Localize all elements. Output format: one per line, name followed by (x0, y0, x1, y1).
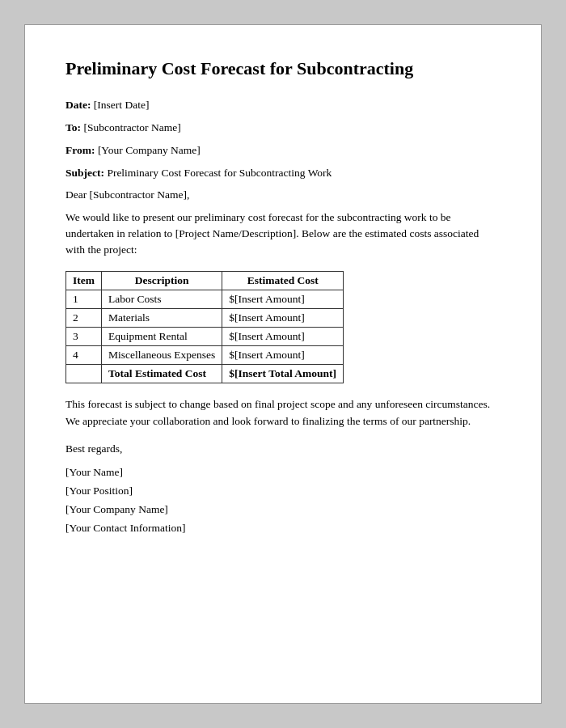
regards: Best regards, (65, 442, 501, 455)
table-cell-description: Equipment Rental (102, 328, 222, 346)
total-label: Total Estimated Cost (102, 365, 222, 383)
signature-name: [Your Name] (65, 463, 501, 482)
table-cell-cost: $[Insert Amount] (222, 346, 344, 365)
meta-to: To: [Subcontractor Name] (65, 120, 501, 136)
document: Preliminary Cost Forecast for Subcontrac… (24, 24, 542, 704)
table-cell-item: 2 (66, 309, 102, 328)
cost-table: Item Description Estimated Cost 1Labor C… (65, 271, 344, 383)
total-value: $[Insert Total Amount] (222, 365, 344, 383)
dear-line: Dear [Subcontractor Name], (65, 188, 501, 201)
table-row: 3Equipment Rental$[Insert Amount] (66, 328, 344, 346)
signature-contact: [Your Contact Information] (65, 519, 501, 538)
table-cell-item: 3 (66, 328, 102, 346)
from-value: [Your Company Name] (98, 144, 201, 156)
table-cell-description: Miscellaneous Expenses (102, 346, 222, 365)
table-cell-description: Materials (102, 309, 222, 328)
meta-from: From: [Your Company Name] (65, 142, 501, 159)
table-total-row: Total Estimated Cost$[Insert Total Amoun… (66, 365, 344, 383)
table-row: 4Miscellaneous Expenses$[Insert Amount] (66, 346, 344, 365)
col-header-cost: Estimated Cost (222, 272, 344, 290)
date-value: [Insert Date] (94, 99, 150, 111)
total-empty-cell (66, 365, 102, 383)
table-cell-cost: $[Insert Amount] (222, 290, 344, 309)
from-label: From: (65, 144, 95, 156)
intro-text: We would like to present our preliminary… (65, 210, 501, 259)
document-title: Preliminary Cost Forecast for Subcontrac… (65, 57, 501, 81)
table-row: 1Labor Costs$[Insert Amount] (66, 290, 344, 309)
table-cell-cost: $[Insert Amount] (222, 328, 344, 346)
to-value: [Subcontractor Name] (83, 121, 180, 133)
signature-block: [Your Name] [Your Position] [Your Compan… (65, 463, 501, 538)
meta-date: Date: [Insert Date] (65, 97, 501, 113)
col-header-description: Description (102, 272, 222, 290)
table-cell-item: 4 (66, 346, 102, 365)
signature-position: [Your Position] (65, 482, 501, 501)
meta-subject: Subject: Preliminary Cost Forecast for S… (65, 165, 501, 181)
table-header-row: Item Description Estimated Cost (66, 272, 344, 290)
date-label: Date: (65, 99, 91, 111)
table-cell-item: 1 (66, 290, 102, 309)
table-cell-description: Labor Costs (102, 290, 222, 309)
table-cell-cost: $[Insert Amount] (222, 309, 344, 328)
footer-text: This forecast is subject to change based… (65, 396, 501, 430)
table-row: 2Materials$[Insert Amount] (66, 309, 344, 328)
subject-value: Preliminary Cost Forecast for Subcontrac… (107, 167, 332, 179)
subject-label: Subject: (65, 167, 104, 179)
signature-company: [Your Company Name] (65, 501, 501, 519)
col-header-item: Item (66, 272, 102, 290)
to-label: To: (65, 121, 81, 133)
